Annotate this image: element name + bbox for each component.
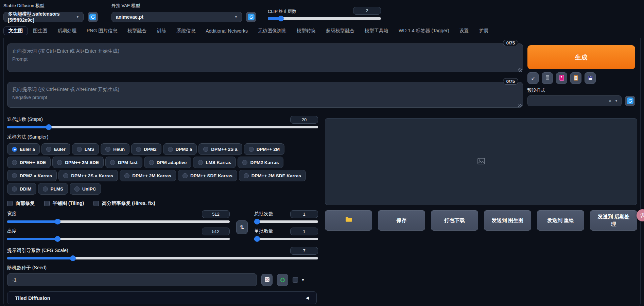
batch-size-label: 单批数量 [254, 228, 273, 234]
radio-icon [12, 173, 17, 178]
sampler-option[interactable]: DPM++ SDE [7, 157, 51, 168]
sampler-option[interactable]: DPM++ SDE Karras [178, 170, 237, 181]
tab[interactable]: PNG 图片信息 [82, 27, 122, 35]
tab[interactable]: 模型工具箱 [360, 27, 394, 35]
radio-icon [12, 147, 17, 152]
sampler-option[interactable]: DPM++ 2M Karras [120, 170, 176, 181]
batch-count-label: 总批次数 [254, 211, 273, 217]
send-to-extras-button[interactable]: 发送到 后期处理 [590, 210, 637, 231]
pink-card-icon [559, 75, 564, 82]
clip-skip-value[interactable]: 2 [353, 7, 381, 15]
tab[interactable]: 设置 [454, 27, 474, 35]
checkbox-option[interactable]: 面部修复 [7, 200, 35, 206]
clear-prompt-button[interactable] [542, 72, 553, 84]
zip-download-button[interactable]: 打包下载 [431, 210, 478, 231]
accordion-tiled-diffusion[interactable]: Tiled Diffusion ◀ [7, 291, 317, 304]
folder-icon [345, 216, 352, 224]
send-to-img2img-button[interactable]: 发送到 图生图 [484, 210, 531, 231]
tab[interactable]: 训练 [152, 27, 171, 35]
swap-dimensions-button[interactable]: ⇅ [236, 220, 248, 234]
sampler-option[interactable]: DPM++ 2M SDE [52, 157, 104, 168]
paste-params-button[interactable]: ↙ [527, 72, 539, 84]
sampler-option[interactable]: DPM++ 2S a Karras [58, 170, 118, 181]
output-gallery[interactable] [325, 118, 637, 205]
sampler-option[interactable]: PLMS [38, 183, 68, 195]
extra-networks-button[interactable] [556, 72, 567, 84]
sd-model-dropdown[interactable]: 多功能模型.safetensors [5f5ff02e9c] ▼ [3, 12, 84, 22]
vae-refresh-button[interactable] [246, 12, 256, 22]
vae-dropdown[interactable]: animevae.pt ▼ [111, 12, 242, 22]
steps-value[interactable]: 20 [290, 116, 318, 124]
checkbox-option[interactable]: 高分辨率修复 (Hires. fix) [93, 200, 155, 206]
checkbox-option[interactable]: 平铺图 (Tiling) [44, 200, 84, 206]
clipboard-icon [573, 75, 578, 82]
sampler-option[interactable]: DPM2 a [163, 143, 197, 155]
tab[interactable]: 超级模型融合 [321, 27, 360, 35]
radio-icon [12, 160, 17, 165]
tab[interactable]: Additional Networks [201, 27, 253, 35]
seed-extra-checkbox[interactable] [293, 277, 298, 283]
tab[interactable]: 无边图像浏览 [253, 27, 292, 35]
open-folder-button[interactable] [325, 210, 372, 231]
tab[interactable]: 模型转换 [292, 27, 321, 35]
batch-count-slider[interactable] [254, 220, 318, 223]
reuse-seed-button[interactable]: ♻ [277, 274, 288, 286]
tab[interactable]: 后期处理 [52, 27, 82, 35]
tab[interactable]: 系统信息 [171, 27, 201, 35]
steps-slider[interactable] [7, 126, 318, 128]
tab[interactable]: 文生图 [3, 26, 28, 35]
batch-count-value[interactable]: 1 [290, 210, 318, 218]
sampler-option[interactable]: DPM adaptive [144, 157, 192, 168]
sampler-option[interactable]: DPM++ 2M [244, 143, 284, 155]
tab[interactable]: 图生图 [28, 27, 52, 35]
sampler-option[interactable]: DPM fast [105, 157, 142, 168]
random-seed-button[interactable] [261, 274, 273, 286]
sampler-option[interactable]: DPM++ 2M SDE Karras [239, 170, 306, 181]
clip-skip-slider[interactable] [268, 17, 381, 20]
cfg-slider[interactable] [7, 257, 318, 259]
radio-icon [244, 173, 249, 178]
tab[interactable]: 模型融合 [122, 27, 152, 35]
height-value[interactable]: 512 [202, 228, 230, 235]
sampler-option[interactable]: LMS [72, 143, 99, 155]
height-slider[interactable] [7, 238, 230, 240]
resize-handle[interactable] [518, 104, 522, 107]
tab[interactable]: WD 1.4 标签器 (Tagger) [394, 27, 454, 35]
sampler-option[interactable]: DDIM [7, 183, 36, 195]
radio-icon [124, 173, 129, 178]
preset-styles-dropdown[interactable]: × ▼ [527, 95, 622, 106]
sampler-option[interactable]: UniPC [70, 183, 101, 195]
save-button[interactable]: 保存 [378, 210, 425, 231]
sampler-option[interactable]: Euler a [7, 143, 40, 155]
sampler-option[interactable]: Euler [41, 143, 70, 155]
tab[interactable]: 扩展 [474, 27, 494, 35]
resize-handle[interactable] [518, 68, 522, 72]
prompt-input[interactable] [7, 43, 523, 72]
sampler-option[interactable]: DPM2 [131, 143, 161, 155]
sd-model-refresh-button[interactable] [88, 12, 98, 22]
chevron-down-icon: ▼ [76, 15, 79, 19]
width-slider[interactable] [7, 220, 230, 223]
seed-extra-caret-icon[interactable]: ▼ [301, 278, 305, 282]
width-label: 宽度 [7, 211, 17, 217]
preset-styles-label: 预设样式 [527, 87, 635, 93]
send-to-inpaint-button[interactable]: 发送到 重绘 [537, 210, 584, 231]
save-style-button[interactable] [585, 72, 596, 84]
seed-input[interactable] [7, 273, 257, 286]
generate-button[interactable]: 生成 [527, 45, 635, 69]
sampler-option[interactable]: DPM++ 2S a [198, 143, 242, 155]
radio-icon [249, 147, 254, 152]
clear-icon[interactable]: × [609, 98, 611, 104]
batch-size-slider[interactable] [254, 238, 318, 240]
sampler-option[interactable]: LMS Karras [193, 157, 236, 168]
batch-size-value[interactable]: 1 [290, 228, 318, 235]
floppy-icon [588, 75, 593, 82]
sampler-option[interactable]: DPM2 Karras [238, 157, 283, 168]
sampler-option[interactable]: DPM2 a Karras [7, 170, 57, 181]
negative-prompt-input[interactable] [7, 82, 523, 108]
styles-refresh-button[interactable] [625, 96, 635, 106]
width-value[interactable]: 512 [202, 210, 230, 218]
cfg-value[interactable]: 7 [290, 247, 318, 255]
apply-style-button[interactable] [570, 72, 581, 84]
sampler-option[interactable]: Heun [101, 143, 129, 155]
